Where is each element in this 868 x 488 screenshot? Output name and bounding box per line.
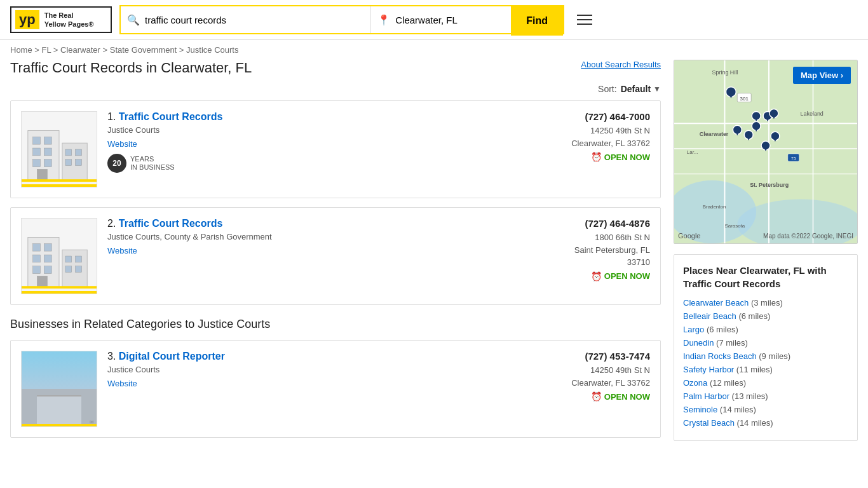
svg-text:75: 75	[791, 156, 796, 161]
list-item: Indian Rocks Beach (9 miles)	[683, 351, 848, 361]
svg-rect-3	[44, 137, 51, 144]
search-input[interactable]	[145, 15, 364, 25]
list-item: Crystal Beach (14 miles)	[683, 418, 848, 428]
result-card-2: 2. Traffic Court Records Justice Courts,…	[10, 207, 661, 305]
result-website-link-2[interactable]: Website	[107, 246, 137, 255]
svg-rect-18	[33, 255, 41, 262]
result-website-link-3[interactable]: Website	[107, 379, 137, 388]
related-title: Businesses in Related Categories to Just…	[10, 318, 661, 331]
svg-rect-9	[76, 149, 82, 156]
right-panel: 301 75 Spring Hill Clearwater Lar... Lak…	[674, 60, 858, 447]
svg-rect-21	[44, 266, 51, 274]
years-in-business-1: 20 YEARS IN BUSINESS	[107, 154, 513, 173]
place-link-ozona[interactable]: Ozona	[683, 378, 707, 388]
hamburger-menu[interactable]	[572, 10, 597, 30]
list-item: Safety Harbor (11 miles)	[683, 365, 848, 374]
breadcrumb-clearwater[interactable]: Clearwater	[60, 45, 100, 55]
place-link-safety-harbor[interactable]: Safety Harbor	[683, 365, 734, 374]
svg-rect-2	[33, 137, 41, 144]
svg-rect-23	[76, 256, 82, 262]
logo-yp: yp	[15, 10, 39, 29]
search-bar: 🔍 📍 Find	[119, 5, 564, 34]
list-item: Ozona (12 miles)	[683, 378, 848, 388]
logo[interactable]: yp The Real Yellow Pages®	[10, 6, 112, 33]
open-now-3: ⏰ OPEN NOW	[523, 391, 650, 402]
svg-text:Bradenton: Bradenton	[703, 204, 726, 210]
result-website-2: Website	[107, 245, 513, 255]
place-link-palm-harbor[interactable]: Palm Harbor	[683, 391, 729, 401]
breadcrumb-state-gov[interactable]: State Government	[110, 45, 177, 55]
result-info-3: 3. Digital Court Reporter Justice Courts…	[107, 351, 513, 427]
sort-label: Sort:	[598, 84, 617, 94]
result-image-3: ✉	[21, 351, 97, 427]
sort-dropdown[interactable]: Default	[621, 84, 651, 94]
svg-text:Spring Hill: Spring Hill	[712, 69, 738, 76]
places-near: Places Near Clearwater, FL with Traffic …	[674, 254, 858, 441]
place-link-belleair-beach[interactable]: Belleair Beach	[683, 311, 736, 321]
result-name-3: 3. Digital Court Reporter	[107, 351, 513, 362]
about-results-link[interactable]: About Search Results	[581, 60, 661, 69]
place-link-largo[interactable]: Largo	[683, 325, 704, 334]
result-name-link-2[interactable]: Traffic Court Records	[119, 218, 223, 229]
result-card-3: ✉ 3. Digital Court Reporter Justice Cour…	[10, 340, 661, 438]
find-button[interactable]: Find	[511, 6, 563, 36]
search-query-section: 🔍	[121, 6, 371, 33]
svg-text:301: 301	[740, 96, 749, 102]
map-container: 301 75 Spring Hill Clearwater Lar... Lak…	[674, 60, 858, 244]
list-item: Dunedin (7 miles)	[683, 338, 848, 348]
svg-rect-7	[44, 159, 51, 167]
result-info-2: 2. Traffic Court Records Justice Courts,…	[107, 218, 513, 294]
list-item: Belleair Beach (6 miles)	[683, 311, 848, 321]
google-logo: Google	[678, 232, 700, 240]
location-input[interactable]	[395, 15, 505, 25]
list-item: Largo (6 miles)	[683, 325, 848, 334]
result-phone-1: (727) 464-7000	[523, 111, 650, 122]
sort-arrow-icon: ▼	[653, 85, 661, 93]
svg-rect-24	[65, 266, 72, 273]
result-address-1: 14250 49th St N Clearwater, FL 33762	[523, 125, 650, 149]
result-website-link-1[interactable]: Website	[107, 139, 137, 149]
result-website-3: Website	[107, 378, 513, 388]
result-category-1: Justice Courts	[107, 125, 513, 135]
place-link-crystal-beach[interactable]: Crystal Beach	[683, 418, 735, 428]
left-panel: Traffic Court Records in Clearwater, FL …	[10, 60, 661, 447]
svg-rect-19	[44, 255, 51, 262]
places-near-title: Places Near Clearwater, FL with Traffic …	[683, 264, 848, 290]
logo-text: The Real Yellow Pages®	[44, 11, 94, 29]
breadcrumb-justice-courts[interactable]: Justice Courts	[186, 45, 238, 55]
main-container: Traffic Court Records in Clearwater, FL …	[0, 60, 868, 447]
sort-row: Sort: Default ▼	[10, 84, 661, 94]
years-text-1: YEARS IN BUSINESS	[130, 155, 175, 172]
result-category-2: Justice Courts, County & Parish Governme…	[107, 232, 513, 241]
place-link-indian-rocks-beach[interactable]: Indian Rocks Beach	[683, 351, 757, 361]
result-name-link-1[interactable]: Traffic Court Records	[119, 111, 223, 122]
breadcrumb-fl[interactable]: FL	[42, 45, 51, 55]
map-copyright: Map data ©2022 Google, INEGI	[763, 233, 853, 240]
header: yp The Real Yellow Pages® 🔍 📍 Find	[0, 0, 868, 40]
places-near-list: Clearwater Beach (3 miles) Belleair Beac…	[683, 298, 848, 428]
place-link-clearwater-beach[interactable]: Clearwater Beach	[683, 298, 749, 308]
breadcrumb: Home > FL > Clearwater > State Governmen…	[0, 40, 868, 60]
svg-rect-27	[22, 286, 97, 288]
result-phone-2: (727) 464-4876	[523, 218, 650, 229]
svg-rect-8	[65, 149, 72, 156]
map-view-button[interactable]: Map View	[793, 67, 851, 84]
svg-text:Clearwater: Clearwater	[700, 131, 729, 137]
result-address-2: 1800 66th St N Saint Petersburg, FL 3371…	[523, 231, 650, 269]
svg-rect-22	[65, 256, 72, 262]
clock-icon-3: ⏰	[591, 391, 602, 402]
result-name-link-3[interactable]: Digital Court Reporter	[119, 351, 225, 362]
result-name-1: 1. Traffic Court Records	[107, 111, 513, 123]
result-right-3: (727) 453-7474 14250 49th St N Clearwate…	[523, 351, 650, 427]
breadcrumb-home[interactable]: Home	[10, 45, 32, 55]
clock-icon-1: ⏰	[591, 152, 602, 162]
place-link-dunedin[interactable]: Dunedin	[683, 338, 714, 348]
svg-rect-13	[22, 179, 97, 182]
years-badge-1: 20	[107, 154, 126, 173]
svg-rect-4	[33, 148, 41, 156]
svg-rect-26	[37, 276, 48, 287]
place-link-seminole[interactable]: Seminole	[683, 405, 717, 414]
list-item: Clearwater Beach (3 miles)	[683, 298, 848, 308]
svg-rect-6	[33, 159, 41, 167]
svg-rect-12	[37, 169, 48, 180]
